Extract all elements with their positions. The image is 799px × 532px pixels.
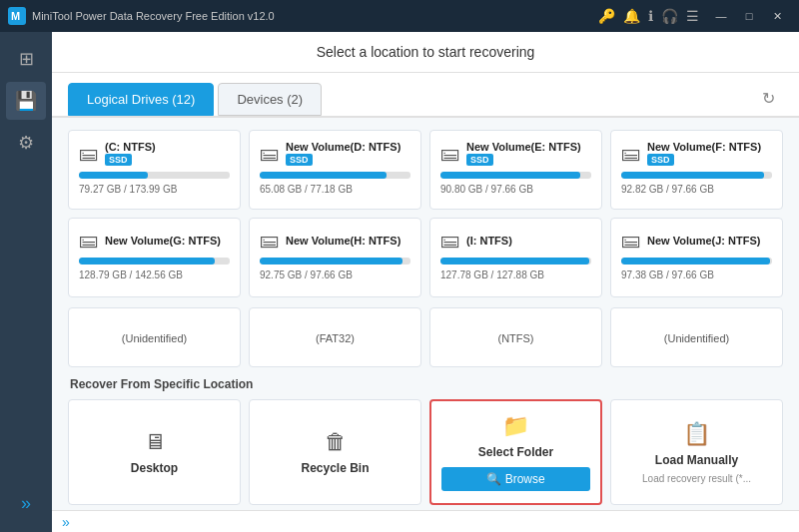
minimize-button[interactable]: — [707, 5, 735, 27]
browse-button[interactable]: 🔍 Browse [441, 467, 590, 491]
unid-drives-grid: (Unidentified)(FAT32)(NTFS)(Unidentified… [68, 307, 783, 367]
drive-size: 90.80 GB / 97.66 GB [440, 184, 591, 195]
loc-card-manual[interactable]: 📋 Load Manually Load recovery result (*.… [610, 399, 783, 505]
unid-drive-card[interactable]: (FAT32) [249, 307, 421, 367]
desktop-label: Desktop [131, 461, 178, 475]
tab-logical-drives[interactable]: Logical Drives (12) [68, 83, 214, 116]
drive-bar-wrap [79, 172, 230, 179]
drive-card[interactable]: 🖴 (I: NTFS) 127.78 GB / 127.88 GB [429, 218, 602, 297]
content-area: Select a location to start recovering Lo… [52, 32, 799, 532]
drive-name: New Volume(F: NTFS) [647, 141, 761, 153]
headset-icon[interactable]: 🎧 [661, 8, 678, 24]
unid-drive-card[interactable]: (Unidentified) [610, 307, 783, 367]
drive-size: 97.38 GB / 97.66 GB [621, 269, 772, 280]
app-title: MiniTool Power Data Recovery Free Editio… [32, 10, 598, 22]
drives-grid: 🖴 (C: NTFS) SSD 79.27 GB / 173.99 GB 🖴 N… [68, 130, 783, 297]
drive-bar-wrap [79, 258, 230, 265]
loc-card-recycle[interactable]: 🗑 Recycle Bin [249, 399, 421, 505]
drive-card[interactable]: 🖴 New Volume(H: NTFS) 92.75 GB / 97.66 G… [249, 218, 421, 297]
drive-bar-wrap [260, 172, 410, 179]
drive-card-top: 🖴 New Volume(F: NTFS) SSD [621, 141, 772, 166]
drive-badge: SSD [286, 154, 313, 166]
specific-location-header: Recover From Specific Location [68, 377, 783, 391]
unid-drive-name: (FAT32) [316, 332, 355, 344]
drive-card[interactable]: 🖴 New Volume(F: NTFS) SSD 92.82 GB / 97.… [610, 130, 783, 210]
desktop-icon: 🖥 [144, 429, 166, 455]
gear-icon: ⚙ [18, 132, 34, 154]
drive-card-top: 🖴 New Volume(G: NTFS) [79, 229, 230, 252]
drive-label-box: New Volume(E: NTFS) SSD [466, 141, 581, 166]
tab-devices[interactable]: Devices (2) [218, 83, 322, 116]
drive-label-box: New Volume(F: NTFS) SSD [647, 141, 761, 166]
bottom-bar: » [52, 510, 799, 532]
drive-label-box: (C: NTFS) SSD [105, 141, 156, 166]
folder-label: Select Folder [478, 445, 553, 459]
drive-size: 65.08 GB / 77.18 GB [260, 184, 410, 195]
sidebar-item-grid[interactable]: ⊞ [6, 40, 46, 78]
recycle-icon: 🗑 [325, 429, 347, 455]
window-controls: — □ ✕ [707, 5, 791, 27]
drive-bar [621, 172, 764, 179]
drive-bar-wrap [260, 258, 410, 265]
drive-label-box: New Volume(J: NTFS) [647, 235, 760, 247]
drive-card[interactable]: 🖴 New Volume(E: NTFS) SSD 90.80 GB / 97.… [429, 130, 602, 210]
loc-card-desktop[interactable]: 🖥 Desktop [68, 399, 241, 505]
menu-icon[interactable]: ☰ [686, 8, 699, 24]
manual-sublabel: Load recovery result (*... [642, 473, 751, 484]
maximize-button[interactable]: □ [735, 5, 763, 27]
unid-drive-card[interactable]: (NTFS) [429, 307, 602, 367]
info-icon[interactable]: ℹ [648, 8, 653, 24]
drive-card-top: 🖴 (C: NTFS) SSD [79, 141, 230, 166]
drive-name: New Volume(H: NTFS) [286, 235, 400, 247]
chevron-right-icon: » [21, 493, 31, 514]
recycle-label: Recycle Bin [301, 461, 369, 475]
drive-card-top: 🖴 New Volume(E: NTFS) SSD [440, 141, 591, 166]
bell-icon[interactable]: 🔔 [623, 8, 640, 24]
app-icon: M [8, 7, 26, 25]
drive-bar [79, 172, 148, 179]
refresh-button[interactable]: ↻ [754, 85, 783, 112]
unid-drive-card[interactable]: (Unidentified) [68, 307, 241, 367]
folder-icon: 📁 [502, 413, 529, 439]
sidebar-item-settings[interactable]: ⚙ [6, 124, 46, 162]
drive-size: 128.79 GB / 142.56 GB [79, 269, 230, 280]
drive-label-box: (I: NTFS) [466, 235, 512, 247]
drive-bar [621, 258, 770, 265]
drive-name: (I: NTFS) [466, 235, 512, 247]
drive-bar-wrap [621, 172, 772, 179]
unid-drive-name: (Unidentified) [664, 332, 729, 344]
manual-icon: 📋 [683, 421, 710, 447]
sidebar-expand[interactable]: » [6, 484, 46, 522]
drive-bar [440, 172, 580, 179]
drive-bar-wrap [621, 258, 772, 265]
toolbar-icons: 🔑 🔔 ℹ 🎧 ☰ [598, 8, 699, 24]
drive-size: 79.27 GB / 173.99 GB [79, 184, 230, 195]
drive-badge: SSD [647, 154, 674, 166]
expand-arrow-icon[interactable]: » [62, 514, 70, 530]
drive-size: 127.78 GB / 127.88 GB [440, 269, 591, 280]
drive-bar [440, 258, 589, 265]
drive-size: 92.82 GB / 97.66 GB [621, 184, 772, 195]
svg-text:M: M [11, 10, 20, 22]
drive-card[interactable]: 🖴 New Volume(D: NTFS) SSD 65.08 GB / 77.… [249, 130, 421, 210]
drive-name: New Volume(J: NTFS) [647, 235, 760, 247]
drive-badge: SSD [466, 154, 493, 166]
titlebar: M MiniTool Power Data Recovery Free Edit… [0, 0, 799, 32]
key-icon[interactable]: 🔑 [598, 8, 615, 24]
drive-icon: 🖴 [260, 142, 280, 165]
sidebar-item-drive[interactable]: 💾 [6, 82, 46, 120]
drive-icon: 🖴 [440, 229, 460, 252]
drive-icon: 🖴 [260, 229, 280, 252]
drive-card[interactable]: 🖴 (C: NTFS) SSD 79.27 GB / 173.99 GB [68, 130, 241, 210]
drive-icon: 🖴 [440, 142, 460, 165]
drive-bar-wrap [440, 172, 591, 179]
drive-name: New Volume(E: NTFS) [466, 141, 581, 153]
drive-label-box: New Volume(H: NTFS) [286, 235, 400, 247]
drive-card-top: 🖴 (I: NTFS) [440, 229, 591, 252]
loc-card-folder[interactable]: 📁 Select Folder 🔍 Browse [429, 399, 602, 505]
drive-card[interactable]: 🖴 New Volume(G: NTFS) 128.79 GB / 142.56… [68, 218, 241, 297]
drive-card[interactable]: 🖴 New Volume(J: NTFS) 97.38 GB / 97.66 G… [610, 218, 783, 297]
drive-label-box: New Volume(D: NTFS) SSD [286, 141, 400, 166]
close-button[interactable]: ✕ [763, 5, 791, 27]
drive-name: New Volume(D: NTFS) [286, 141, 400, 153]
